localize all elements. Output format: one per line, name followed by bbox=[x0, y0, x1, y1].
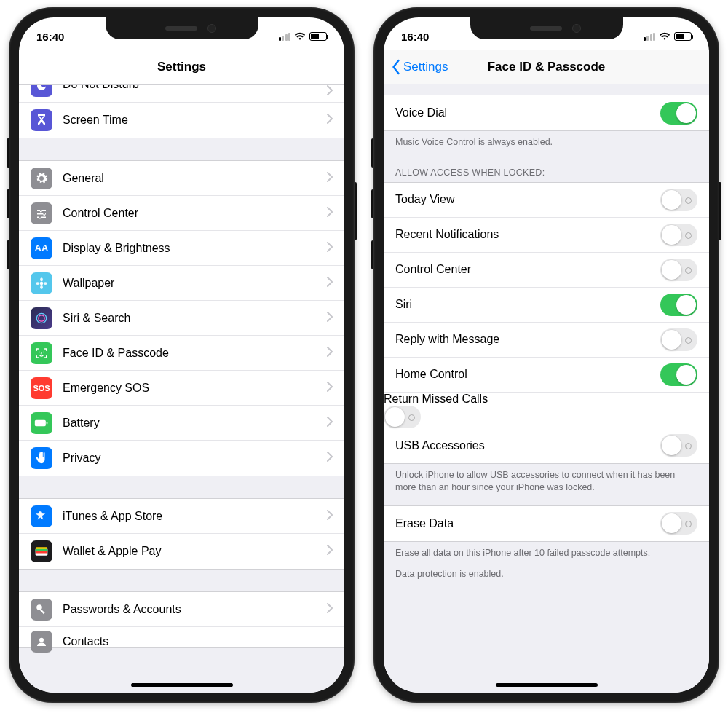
svg-point-2 bbox=[40, 285, 43, 288]
svg-point-0 bbox=[40, 281, 44, 285]
svg-rect-16 bbox=[40, 609, 45, 614]
iphone-device-left: 16:40 Settings Do Not Disturb bbox=[9, 7, 355, 703]
status-time: 16:40 bbox=[36, 31, 64, 43]
row-label: Voice Dial bbox=[395, 106, 660, 119]
row-wallet-apple-pay[interactable]: Wallet & Apple Pay bbox=[19, 534, 344, 569]
toggle-siri[interactable] bbox=[660, 294, 697, 316]
toggle-erase-data[interactable] bbox=[660, 512, 697, 535]
toggle-voice-dial[interactable] bbox=[660, 102, 697, 125]
row-label: Display & Brightness bbox=[63, 242, 327, 255]
chevron-right-icon bbox=[327, 85, 333, 98]
back-button[interactable]: Settings bbox=[391, 50, 448, 84]
chevron-left-icon bbox=[391, 59, 400, 75]
row-screen-time[interactable]: Screen Time bbox=[19, 103, 344, 138]
usb-footer: Unlock iPhone to allow USB accessories t… bbox=[384, 464, 709, 501]
chevron-right-icon bbox=[327, 603, 333, 616]
row-control-center[interactable]: Control Center bbox=[19, 196, 344, 231]
row-label: Passwords & Accounts bbox=[63, 603, 327, 616]
row-face-id-passcode[interactable]: Face ID & Passcode bbox=[19, 336, 344, 371]
row-wallpaper[interactable]: Wallpaper bbox=[19, 266, 344, 301]
row-display-brightness[interactable]: AA Display & Brightness bbox=[19, 231, 344, 266]
row-label: Face ID & Passcode bbox=[63, 347, 327, 360]
row-passwords-accounts[interactable]: Passwords & Accounts bbox=[19, 592, 344, 627]
wallet-icon bbox=[31, 540, 52, 562]
toggle-control-center[interactable] bbox=[660, 259, 697, 281]
chevron-right-icon bbox=[327, 242, 333, 255]
row-itunes-app-store[interactable]: iTunes & App Store bbox=[19, 499, 344, 534]
row-label: Control Center bbox=[395, 263, 660, 276]
moon-icon bbox=[31, 85, 52, 97]
row-battery[interactable]: Battery bbox=[19, 406, 344, 441]
face-id-icon bbox=[31, 342, 52, 364]
sliders-icon bbox=[31, 202, 52, 224]
svg-point-6 bbox=[39, 315, 44, 320]
nav-bar-settings: Settings bbox=[19, 50, 344, 84]
row-control-center: Control Center bbox=[384, 253, 709, 288]
toggle-recent-notifications[interactable] bbox=[660, 224, 697, 246]
row-label: Home Control bbox=[395, 368, 660, 381]
toggle-reply-with-message[interactable] bbox=[660, 328, 697, 351]
faceid-settings-list[interactable]: Voice Dial Music Voice Control is always… bbox=[384, 84, 709, 693]
chevron-right-icon bbox=[327, 172, 333, 185]
battery-icon bbox=[309, 32, 327, 41]
screen-left: 16:40 Settings Do Not Disturb bbox=[19, 17, 344, 693]
chevron-right-icon bbox=[327, 347, 333, 360]
row-label: Privacy bbox=[63, 452, 327, 465]
row-erase-data: Erase Data bbox=[384, 506, 709, 541]
app-store-icon bbox=[31, 505, 52, 527]
row-do-not-disturb[interactable]: Do Not Disturb bbox=[19, 85, 344, 103]
sos-icon: SOS bbox=[31, 377, 52, 399]
row-recent-notifications: Recent Notifications bbox=[384, 218, 709, 253]
row-label: Erase Data bbox=[395, 517, 660, 530]
home-indicator[interactable] bbox=[131, 683, 233, 687]
row-label: Siri bbox=[395, 298, 660, 311]
toggle-return-missed-calls[interactable] bbox=[384, 406, 421, 428]
contacts-icon bbox=[31, 631, 52, 653]
gear-icon bbox=[31, 168, 52, 189]
row-reply-with-message: Reply with Message bbox=[384, 323, 709, 358]
row-today-view: Today View bbox=[384, 183, 709, 218]
row-emergency-sos[interactable]: SOS Emergency SOS bbox=[19, 371, 344, 406]
nav-bar-faceid: Settings Face ID & Passcode bbox=[384, 50, 709, 84]
siri-icon bbox=[31, 307, 52, 329]
row-label: Control Center bbox=[63, 207, 327, 220]
cellular-icon bbox=[279, 33, 291, 41]
row-general[interactable]: General bbox=[19, 161, 344, 196]
status-right bbox=[644, 32, 692, 41]
chevron-right-icon bbox=[327, 114, 333, 127]
row-home-control: Home Control bbox=[384, 358, 709, 393]
toggle-usb-accessories[interactable] bbox=[660, 434, 697, 457]
chevron-right-icon bbox=[327, 312, 333, 325]
toggle-today-view[interactable] bbox=[660, 189, 697, 211]
key-icon bbox=[31, 599, 52, 621]
row-label: Do Not Disturb bbox=[63, 85, 327, 91]
toggle-home-control[interactable] bbox=[660, 363, 697, 386]
settings-list[interactable]: Do Not Disturb Screen Time Gen bbox=[19, 84, 344, 693]
chevron-right-icon bbox=[327, 545, 333, 558]
chevron-right-icon bbox=[327, 417, 333, 430]
erase-footer-2: Data protection is enabled. bbox=[384, 567, 709, 588]
hand-icon bbox=[31, 447, 52, 469]
row-label: Contacts bbox=[63, 635, 333, 648]
chevron-right-icon bbox=[327, 277, 333, 290]
hourglass-icon bbox=[31, 109, 52, 131]
svg-point-4 bbox=[44, 282, 47, 285]
row-label: USB Accessories bbox=[395, 439, 660, 452]
voice-dial-footer: Music Voice Control is always enabled. bbox=[384, 131, 709, 156]
row-label: Screen Time bbox=[63, 114, 327, 127]
chevron-right-icon bbox=[327, 382, 333, 395]
row-contacts[interactable]: Contacts bbox=[19, 627, 344, 647]
svg-point-8 bbox=[43, 351, 44, 352]
row-label: Recent Notifications bbox=[395, 228, 660, 241]
row-label: Battery bbox=[63, 417, 327, 430]
row-voice-dial: Voice Dial bbox=[384, 95, 709, 130]
battery-icon bbox=[674, 32, 692, 41]
row-label: Emergency SOS bbox=[63, 382, 327, 395]
row-label: Wallpaper bbox=[63, 277, 327, 290]
home-indicator[interactable] bbox=[496, 683, 598, 687]
erase-footer-1: Erase all data on this iPhone after 10 f… bbox=[384, 542, 709, 567]
row-siri-search[interactable]: Siri & Search bbox=[19, 301, 344, 336]
iphone-device-right: 16:40 Settings Face ID & Passcode Voice … bbox=[373, 7, 719, 703]
svg-point-1 bbox=[40, 277, 43, 281]
row-privacy[interactable]: Privacy bbox=[19, 441, 344, 476]
